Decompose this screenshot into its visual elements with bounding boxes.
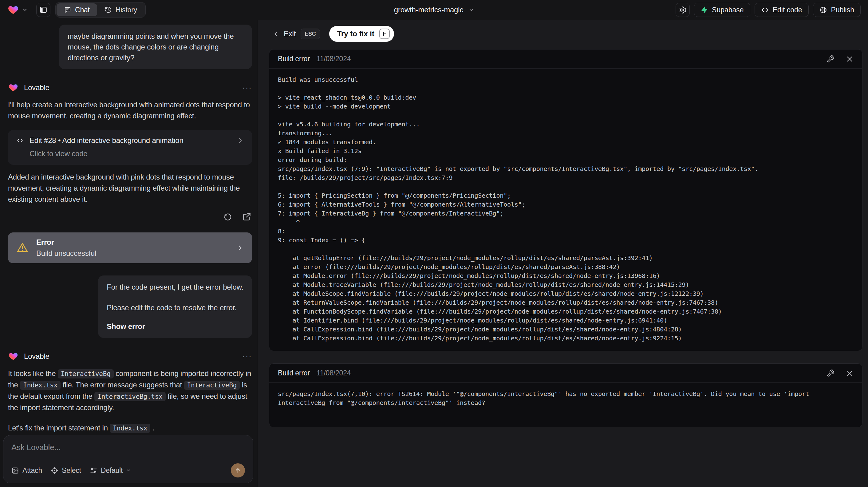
tab-history-label: History	[116, 6, 137, 14]
assistant-paragraph: I'll help create an interactive backgrou…	[8, 99, 252, 121]
message-action-row	[8, 212, 252, 222]
chevron-down-icon	[126, 468, 131, 473]
build-error-card[interactable]: Error Build unsuccessful	[8, 233, 252, 263]
error-log-body[interactable]: src/pages/Index.tsx(7,10): error TS2614:…	[269, 383, 862, 427]
edit-card-28[interactable]: Edit #28 • Add interactive background an…	[8, 130, 252, 165]
message-menu-button[interactable]: ···	[242, 355, 252, 358]
error-card-title: Build error	[278, 369, 310, 377]
exit-label: Exit	[284, 30, 296, 38]
lovable-heart-avatar	[8, 352, 19, 361]
restore-version-button[interactable]	[222, 212, 233, 222]
assistant-paragraph: It looks like the InteractiveBg componen…	[8, 368, 252, 413]
inline-code: Index.tsx	[20, 381, 61, 390]
project-switcher[interactable]: growth-metrics-magic	[394, 5, 474, 14]
chat-mode-label: Default	[101, 466, 123, 475]
chat-history-tabs: Chat History	[55, 2, 146, 18]
top-bar: Chat History growth-metrics-magic Supaba…	[0, 0, 868, 20]
user-message-text: maybe diagramming points and when you mo…	[68, 32, 234, 62]
user-message: maybe diagramming points and when you mo…	[59, 25, 252, 69]
esc-key-badge: ESC	[301, 29, 320, 39]
chat-mode-dropdown[interactable]: Default	[90, 466, 131, 475]
close-icon	[845, 55, 854, 63]
text-run: It looks like the	[8, 369, 58, 377]
exit-button[interactable]: Exit ESC	[273, 29, 320, 39]
chat-bubble-icon	[64, 6, 71, 13]
chat-input[interactable]	[11, 443, 245, 452]
target-icon	[51, 467, 58, 475]
history-icon	[104, 6, 112, 13]
refresh-icon	[223, 212, 232, 221]
inline-code: InteractiveBg	[184, 381, 240, 390]
assistant-message-header: Lovable ···	[8, 83, 252, 93]
text-run: .	[150, 424, 154, 432]
top-actions: Supabase Edit code Publish	[676, 3, 861, 17]
sliders-icon	[90, 467, 97, 475]
error-card-header: Build error 11/08/2024	[269, 50, 862, 68]
chevron-down-icon	[22, 7, 28, 12]
composer-toolbar: Attach Select Default	[11, 463, 245, 478]
chat-composer: Attach Select Default	[3, 435, 253, 483]
message-menu-button[interactable]: ···	[242, 86, 252, 89]
build-log-text: Build was unsuccessful > vite_react_shad…	[278, 75, 854, 343]
supabase-bolt-icon	[701, 6, 708, 13]
error-overlay-toolbar: Exit ESC Try to fix it F	[269, 26, 863, 42]
show-error-link[interactable]: Show error	[107, 321, 243, 332]
dismiss-error-button[interactable]	[845, 55, 854, 63]
attach-button[interactable]: Attach	[11, 466, 42, 475]
try-to-fix-button[interactable]: Try to fix it F	[329, 26, 394, 42]
open-preview-button[interactable]	[242, 212, 252, 222]
publish-button[interactable]: Publish	[813, 3, 861, 17]
build-log-text: src/pages/Index.tsx(7,10): error TS2614:…	[278, 390, 854, 407]
assistant-name: Lovable	[24, 83, 50, 92]
fix-with-ai-button[interactable]	[827, 369, 835, 377]
code-brackets-icon	[761, 6, 769, 14]
external-link-icon	[242, 212, 251, 221]
chat-message-list[interactable]: maybe diagramming points and when you mo…	[0, 20, 257, 487]
error-card-title: Build error	[278, 55, 310, 63]
code-icon	[16, 136, 24, 145]
supabase-button-label: Supabase	[712, 6, 744, 14]
tab-chat[interactable]: Chat	[57, 3, 97, 16]
chevron-down-icon	[469, 7, 474, 12]
error-card-title: Error	[36, 238, 96, 247]
user-message: For the code present, I get the error be…	[98, 275, 252, 338]
select-element-button[interactable]: Select	[51, 466, 81, 475]
sidebar-panel-icon	[39, 6, 47, 14]
edit-code-button[interactable]: Edit code	[754, 3, 809, 17]
send-button[interactable]	[231, 463, 245, 478]
settings-button[interactable]	[676, 3, 690, 17]
build-error-log-card-1: Build error 11/08/2024 Bui	[269, 49, 863, 351]
f-key-badge: F	[379, 29, 390, 39]
try-to-fix-label: Try to fix it	[337, 30, 374, 38]
assistant-paragraph: Added an interactive background with pin…	[8, 172, 252, 205]
supabase-button[interactable]: Supabase	[694, 3, 750, 17]
error-card-date: 11/08/2024	[317, 55, 351, 63]
error-log-body[interactable]: Build was unsuccessful > vite_react_shad…	[269, 68, 862, 351]
select-button-label: Select	[62, 466, 81, 475]
lovable-heart-avatar	[8, 83, 19, 93]
error-card-header: Build error 11/08/2024	[269, 364, 862, 383]
edit-card-subtitle: Click to view code	[30, 149, 244, 158]
app-logo-menu[interactable]	[7, 4, 28, 16]
inline-code: InteractiveBg.tsx	[94, 392, 166, 401]
preview-error-panel: Exit ESC Try to fix it F Build error 11/…	[257, 20, 868, 487]
chevron-right-icon	[236, 244, 244, 252]
fix-with-ai-button[interactable]	[827, 55, 835, 63]
tab-history[interactable]: History	[97, 3, 145, 16]
assistant-message-header: Lovable ···	[8, 352, 252, 361]
chat-panel: maybe diagramming points and when you mo…	[0, 20, 257, 487]
arrow-up-icon	[234, 467, 242, 474]
sidebar-toggle-button[interactable]	[36, 3, 51, 17]
edit-card-title: Edit #28 • Add interactive background an…	[30, 136, 184, 145]
user-message-line: Please edit the code to resolve the erro…	[107, 302, 243, 313]
wrench-icon	[827, 369, 835, 377]
error-card-date: 11/08/2024	[317, 369, 351, 377]
attach-button-label: Attach	[23, 466, 42, 475]
inline-code: Index.tsx	[110, 424, 150, 433]
text-run: file. The error message suggests that	[61, 381, 184, 389]
dismiss-error-button[interactable]	[845, 369, 854, 377]
attach-image-icon	[11, 467, 19, 475]
error-card-subtitle: Build unsuccessful	[36, 249, 96, 257]
chevron-left-icon	[273, 31, 279, 37]
tab-chat-label: Chat	[75, 6, 90, 14]
